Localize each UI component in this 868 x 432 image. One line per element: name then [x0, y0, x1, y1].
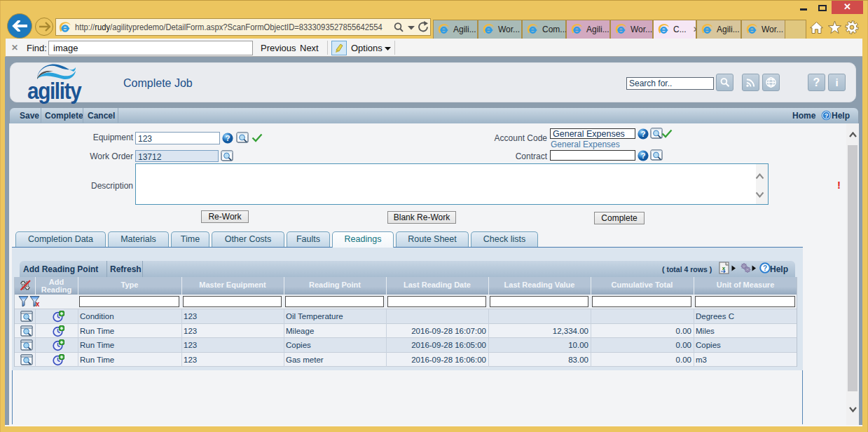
svg-text:?: ?: [763, 264, 767, 272]
svg-text:x: x: [36, 300, 40, 307]
svg-text:?: ?: [825, 112, 829, 119]
svg-text:?: ?: [641, 151, 646, 160]
svg-text:?: ?: [226, 134, 230, 142]
svg-text:?: ?: [641, 130, 646, 138]
